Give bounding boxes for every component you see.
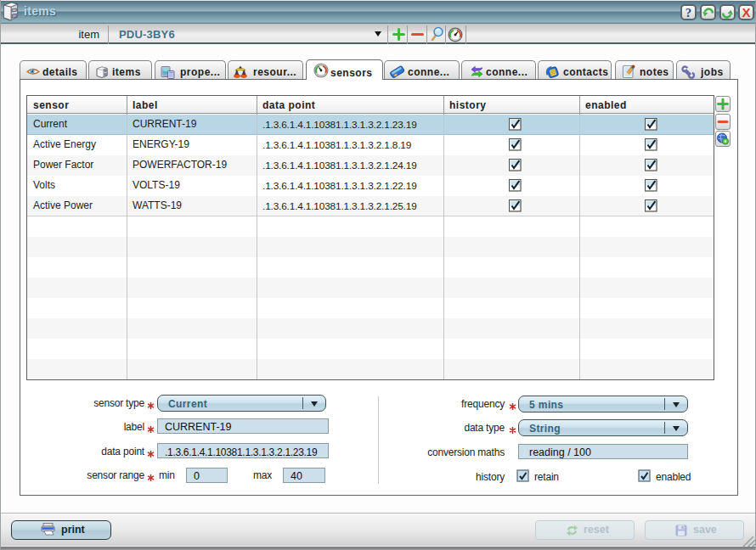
svg-text:?: ? [685,6,692,19]
svg-text:X: X [742,6,750,19]
